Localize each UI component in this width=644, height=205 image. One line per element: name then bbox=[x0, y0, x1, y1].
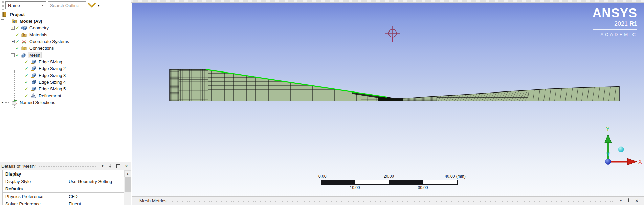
details-row[interactable]: Display StyleUse Geometry Setting bbox=[3, 178, 124, 185]
details-row-label: Display Style bbox=[3, 178, 66, 185]
tree-item-label[interactable]: Geometry bbox=[28, 25, 50, 31]
tree-item-label[interactable]: Edge Sizing 3 bbox=[38, 73, 67, 78]
tree-item-label[interactable]: Edge Sizing 4 bbox=[38, 79, 67, 85]
tree-item-materials[interactable]: ✓Materials bbox=[0, 31, 131, 38]
check-icon: ✓ bbox=[16, 32, 21, 37]
outline-toolbar: Name ▼ ▼ bbox=[0, 0, 131, 11]
geometry-icon bbox=[21, 25, 27, 30]
model-canvas[interactable]: Y X ANSYS 2021 R1 ACADEMIC 0.0020.0040.0… bbox=[132, 3, 644, 196]
check-icon: ✓ bbox=[16, 39, 21, 44]
ruler-tick-label: 40.00 (mm) bbox=[445, 174, 465, 179]
triad-z-mark bbox=[606, 153, 610, 156]
ruler-segment bbox=[423, 180, 458, 184]
tree-item-label[interactable]: Connections bbox=[28, 45, 55, 51]
check-icon: ✓ bbox=[25, 86, 30, 91]
collapse-minus-icon[interactable]: − bbox=[1, 19, 4, 23]
details-row-value[interactable]: Use Geometry Setting bbox=[66, 178, 124, 185]
scroll-up-icon[interactable]: ▲ bbox=[124, 170, 131, 177]
check-icon: ✓ bbox=[25, 93, 30, 98]
mesh-icon bbox=[21, 53, 27, 58]
tree-item-label[interactable]: Materials bbox=[28, 32, 48, 38]
details-row[interactable]: Physics PreferenceCFD bbox=[3, 193, 124, 200]
dropdown-icon[interactable]: ▼ bbox=[101, 165, 104, 168]
ansys-logo: ANSYS 2021 R1 ACADEMIC bbox=[593, 7, 637, 37]
tree-item-label[interactable]: Coordinate Systems bbox=[28, 39, 70, 44]
pin-icon[interactable] bbox=[108, 164, 112, 169]
dropdown-icon[interactable]: ▼ bbox=[619, 199, 622, 202]
tree-item-label[interactable]: Refinement bbox=[38, 93, 62, 99]
close-icon[interactable]: ✕ bbox=[635, 199, 639, 203]
details-row-value[interactable]: Fluent bbox=[66, 200, 124, 205]
expand-plus-icon[interactable]: + bbox=[1, 101, 4, 104]
panel-dots bbox=[170, 200, 615, 202]
panel-dots bbox=[39, 165, 97, 168]
caret-down-icon[interactable]: ▼ bbox=[97, 4, 100, 7]
tree-item-geometry[interactable]: +✓Geometry bbox=[0, 24, 131, 31]
scale-ruler: 0.0020.0040.00 (mm)10.0030.00 bbox=[321, 173, 457, 191]
tree-item-edge-sizing-4[interactable]: ✓Edge Sizing 4 bbox=[0, 79, 131, 85]
expand-plus-icon[interactable]: + bbox=[11, 40, 15, 43]
mesh-body[interactable] bbox=[170, 69, 619, 101]
outline-tree: Project−Model (A3)+✓Geometry✓Materials+✓… bbox=[0, 11, 131, 162]
iso-view-ball[interactable] bbox=[618, 147, 624, 152]
project-icon bbox=[1, 12, 7, 17]
tree-item-label[interactable]: Project bbox=[9, 12, 26, 17]
details-pane: Details of "Mesh" ▼ ✕ DisplayDisplay Sty… bbox=[0, 162, 131, 205]
mesh-metrics-title: Mesh Metrics bbox=[139, 198, 166, 203]
expand-plus-icon[interactable]: + bbox=[11, 26, 15, 30]
logo-version: 2021 R1 bbox=[593, 21, 637, 27]
chevron-down-icon[interactable] bbox=[87, 2, 96, 9]
tree-item-mesh[interactable]: −✓Mesh bbox=[0, 52, 131, 58]
details-row[interactable]: Solver PreferenceFluent bbox=[3, 200, 124, 205]
check-icon: ✓ bbox=[16, 53, 21, 58]
tree-item-label[interactable]: Edge Sizing 5 bbox=[38, 86, 67, 92]
details-header[interactable]: Details of "Mesh" ▼ ✕ bbox=[0, 162, 131, 170]
tree-item-label[interactable]: Mesh bbox=[28, 52, 41, 58]
coordinate-triad[interactable]: Y X bbox=[605, 126, 642, 165]
details-scrollbar[interactable]: ▲ bbox=[124, 170, 131, 205]
maximize-icon[interactable] bbox=[116, 164, 120, 168]
collapse-minus-icon[interactable]: − bbox=[11, 53, 15, 57]
tree-item-project[interactable]: Project bbox=[0, 11, 131, 18]
tree-item-edge-sizing-3[interactable]: ✓Edge Sizing 3 bbox=[0, 72, 131, 79]
filter-type-label: Name bbox=[8, 3, 20, 8]
check-icon: ✓ bbox=[25, 80, 30, 85]
tree-item-edge-sizing-2[interactable]: ✓Edge Sizing 2 bbox=[0, 65, 131, 72]
tree-item-connections[interactable]: ✓Connections bbox=[0, 45, 131, 52]
logo-subtitle: ACADEMIC bbox=[593, 32, 637, 37]
model-icon bbox=[11, 19, 17, 24]
check-icon: ✓ bbox=[25, 66, 30, 71]
materials-icon bbox=[21, 32, 27, 37]
scrollbar-thumb[interactable] bbox=[125, 177, 131, 192]
ruler-tick-label: 30.00 bbox=[418, 185, 428, 190]
details-row-value[interactable]: CFD bbox=[66, 193, 124, 200]
tree-item-refinement[interactable]: ✓Refinement bbox=[0, 92, 131, 99]
tree-item-label[interactable]: Named Selections bbox=[19, 100, 57, 105]
tree-item-label[interactable]: Model (A3) bbox=[19, 18, 43, 24]
refinement-icon bbox=[30, 93, 36, 98]
tree-item-coordinate-systems[interactable]: +✓Coordinate Systems bbox=[0, 38, 131, 45]
details-category: Display bbox=[3, 170, 124, 178]
filter-type-select[interactable]: Name ▼ bbox=[5, 1, 46, 9]
pin-icon[interactable] bbox=[627, 198, 630, 204]
close-icon[interactable]: ✕ bbox=[125, 164, 128, 168]
tree-item-named-selections[interactable]: +Named Selections bbox=[0, 99, 131, 106]
toolbar-grip[interactable] bbox=[0, 1, 4, 10]
triad-origin-ball[interactable] bbox=[605, 159, 611, 165]
tree-item-label[interactable]: Edge Sizing bbox=[38, 59, 63, 65]
tree-item-edge-sizing-5[interactable]: ✓Edge Sizing 5 bbox=[0, 85, 131, 92]
tree-item-label[interactable]: Edge Sizing 2 bbox=[38, 66, 67, 71]
search-input[interactable] bbox=[48, 1, 86, 9]
graphics-viewport[interactable]: Y X ANSYS 2021 R1 ACADEMIC 0.0020.0040.0… bbox=[131, 0, 644, 205]
ruler-segment bbox=[389, 180, 423, 184]
logo-title: ANSYS bbox=[593, 7, 637, 20]
ruler-tick-label: 0.00 bbox=[318, 174, 326, 179]
details-gutter bbox=[0, 170, 3, 205]
tree-item-model-a3-[interactable]: −Model (A3) bbox=[0, 18, 131, 24]
outline-panel: Name ▼ ▼ Project−Model (A3)+✓Geometry✓Ma… bbox=[0, 0, 131, 205]
check-icon: ✓ bbox=[16, 25, 21, 30]
rotation-center-crosshair bbox=[385, 26, 400, 42]
details-title: Details of "Mesh" bbox=[1, 164, 36, 169]
tree-item-edge-sizing[interactable]: ✓Edge Sizing bbox=[0, 58, 131, 65]
mesh-metrics-bar[interactable]: Mesh Metrics ▼ ✕ bbox=[132, 196, 644, 205]
